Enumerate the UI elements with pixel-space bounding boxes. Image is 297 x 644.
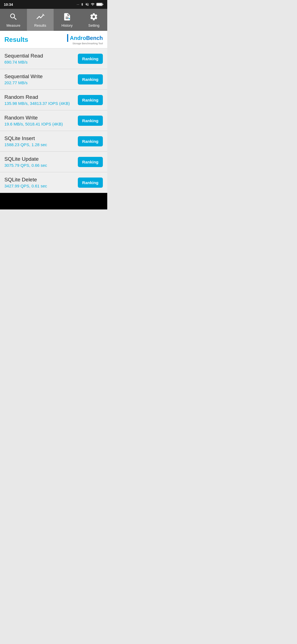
result-item: Random Write 19.6 MB/s, 5018.41 IOPS (4K… (0, 110, 107, 131)
result-name: SQLite Insert (4, 135, 78, 141)
ranking-button[interactable]: Ranking (78, 74, 103, 84)
result-info: Sequential Write 202.77 MB/s (4, 73, 78, 85)
result-item: SQLite Delete 3427.99 QPS, 0.61 sec Rank… (0, 172, 107, 193)
logo-bench: Bench (86, 35, 103, 41)
result-name: SQLite Update (4, 156, 78, 162)
result-value: 3427.99 QPS, 0.61 sec (4, 184, 78, 188)
result-value: 202.77 MB/s (4, 80, 78, 85)
status-time: 10:34 (4, 2, 13, 7)
dots-icon: ··· (77, 3, 79, 6)
history-icon (63, 12, 72, 22)
ranking-button[interactable]: Ranking (78, 157, 103, 167)
result-info: SQLite Update 3075.79 QPS, 0.66 sec (4, 156, 78, 168)
signal-icon (90, 2, 95, 6)
result-name: Sequential Write (4, 73, 78, 80)
battery-icon (96, 2, 103, 6)
tab-history[interactable]: History (54, 9, 81, 31)
logo-text: AndroBench (70, 35, 103, 41)
measure-icon (9, 12, 18, 22)
result-item: Random Read 135.98 MB/s, 34813.37 IOPS (… (0, 90, 107, 110)
mute-icon (85, 2, 89, 6)
result-value: 135.98 MB/s, 34813.37 IOPS (4KB) (4, 101, 78, 106)
ranking-button[interactable]: Ranking (78, 178, 103, 188)
tab-setting-label: Setting (88, 23, 99, 28)
svg-rect-1 (103, 4, 103, 5)
result-info: SQLite Delete 3427.99 QPS, 0.61 sec (4, 177, 78, 188)
result-name: SQLite Delete (4, 177, 78, 183)
nav-tabs: Measure Results History Setting (0, 9, 107, 31)
ranking-button[interactable]: Ranking (78, 54, 103, 64)
ranking-button[interactable]: Ranking (78, 116, 103, 126)
bluetooth-icon (81, 2, 84, 7)
result-info: Random Read 135.98 MB/s, 34813.37 IOPS (… (4, 94, 78, 106)
result-info: Random Write 19.6 MB/s, 5018.41 IOPS (4K… (4, 115, 78, 126)
tab-measure[interactable]: Measure (0, 9, 27, 31)
result-name: Sequential Read (4, 53, 78, 59)
setting-icon (89, 12, 98, 22)
result-item: SQLite Update 3075.79 QPS, 0.66 sec Rank… (0, 152, 107, 172)
bottom-bar (0, 193, 107, 209)
result-item: Sequential Read 690.74 MB/s Ranking (0, 48, 107, 69)
result-info: Sequential Read 690.74 MB/s (4, 53, 78, 64)
tab-history-label: History (62, 23, 73, 28)
result-info: SQLite Insert 1588.23 QPS, 1.28 sec (4, 135, 78, 147)
svg-point-3 (69, 18, 70, 19)
page-title: Results (4, 36, 28, 43)
results-list: Sequential Read 690.74 MB/s Ranking Sequ… (0, 48, 107, 193)
status-bar: 10:34 ··· (0, 0, 107, 9)
result-value: 19.6 MB/s, 5018.41 IOPS (4KB) (4, 122, 78, 126)
ranking-button[interactable]: Ranking (78, 136, 103, 146)
tab-setting[interactable]: Setting (81, 9, 108, 31)
status-icons: ··· (77, 2, 103, 7)
result-value: 3075.79 QPS, 0.66 sec (4, 163, 78, 168)
logo-bar (67, 34, 68, 42)
logo-andro: Andro (70, 35, 86, 41)
tab-results[interactable]: Results (27, 9, 54, 31)
tab-results-label: Results (34, 23, 46, 28)
tab-measure-label: Measure (6, 23, 20, 28)
logo: AndroBench Storage Benchmarking Tool (67, 34, 103, 45)
result-value: 690.74 MB/s (4, 60, 78, 64)
results-icon (36, 12, 45, 22)
result-name: Random Write (4, 115, 78, 121)
svg-rect-2 (97, 3, 102, 6)
header: Results AndroBench Storage Benchmarking … (0, 31, 107, 48)
result-item: Sequential Write 202.77 MB/s Ranking (0, 69, 107, 90)
result-value: 1588.23 QPS, 1.28 sec (4, 142, 78, 147)
logo-subtitle: Storage Benchmarking Tool (73, 42, 103, 45)
result-item: SQLite Insert 1588.23 QPS, 1.28 sec Rank… (0, 131, 107, 152)
result-name: Random Read (4, 94, 78, 100)
ranking-button[interactable]: Ranking (78, 95, 103, 105)
